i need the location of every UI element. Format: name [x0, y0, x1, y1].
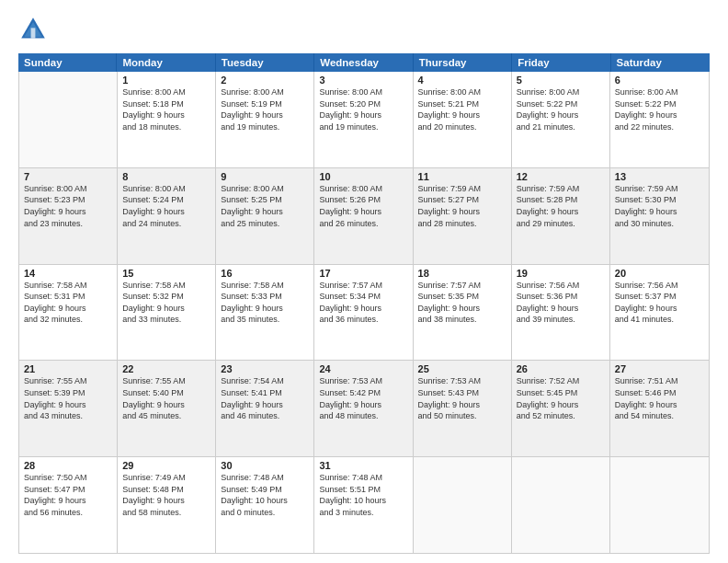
- cell-info-line: Sunset: 5:37 PM: [615, 291, 704, 303]
- logo: [18, 15, 51, 44]
- cell-info-line: Daylight: 9 hours: [517, 399, 605, 411]
- cell-info-line: Sunrise: 8:00 AM: [418, 86, 506, 98]
- cell-info-line: and 56 minutes.: [24, 507, 112, 519]
- cell-info-line: and 30 minutes.: [615, 218, 704, 230]
- cell-info-line: Sunrise: 7:51 AM: [615, 375, 704, 387]
- cell-info-line: and 19 minutes.: [319, 121, 407, 133]
- day-number: 15: [122, 268, 210, 279]
- calendar-cell: 4Sunrise: 8:00 AMSunset: 5:21 PMDaylight…: [414, 72, 512, 167]
- header-day-friday: Friday: [512, 53, 610, 72]
- day-number: 23: [221, 363, 309, 374]
- cell-info-line: Daylight: 9 hours: [221, 109, 309, 121]
- cell-info-line: Sunrise: 7:50 AM: [24, 472, 112, 484]
- cell-info-line: Daylight: 9 hours: [122, 495, 210, 507]
- cell-info-line: Daylight: 9 hours: [319, 206, 407, 218]
- cell-info-line: Sunrise: 7:49 AM: [122, 472, 210, 484]
- calendar-cell: 23Sunrise: 7:54 AMSunset: 5:41 PMDayligh…: [216, 361, 314, 456]
- cell-info-line: Sunrise: 7:59 AM: [418, 183, 506, 195]
- calendar-row-3: 21Sunrise: 7:55 AMSunset: 5:39 PMDayligh…: [19, 361, 709, 457]
- cell-info-line: Daylight: 9 hours: [319, 303, 407, 315]
- cell-info-line: and 28 minutes.: [418, 218, 506, 230]
- cell-info-line: Sunrise: 7:53 AM: [319, 375, 407, 387]
- calendar-cell: 17Sunrise: 7:57 AMSunset: 5:34 PMDayligh…: [314, 265, 413, 361]
- day-number: 2: [221, 75, 309, 86]
- cell-info-line: Sunrise: 7:58 AM: [221, 280, 309, 292]
- cell-info-line: Daylight: 10 hours: [319, 495, 407, 507]
- cell-info-line: Daylight: 9 hours: [24, 303, 112, 315]
- day-number: 21: [24, 363, 112, 374]
- day-number: 28: [24, 460, 112, 471]
- cell-info-line: Sunset: 5:48 PM: [122, 484, 210, 496]
- calendar-row-1: 7Sunrise: 8:00 AMSunset: 5:23 PMDaylight…: [19, 168, 709, 265]
- cell-info-line: Daylight: 9 hours: [24, 399, 112, 411]
- calendar-cell: 25Sunrise: 7:53 AMSunset: 5:43 PMDayligh…: [414, 361, 512, 456]
- cell-info-line: Sunrise: 7:55 AM: [24, 375, 112, 387]
- cell-info-line: Sunset: 5:40 PM: [122, 387, 210, 399]
- cell-info-line: Sunrise: 7:58 AM: [24, 280, 112, 292]
- calendar-cell: 28Sunrise: 7:50 AMSunset: 5:47 PMDayligh…: [19, 457, 118, 553]
- calendar-cell: 27Sunrise: 7:51 AMSunset: 5:46 PMDayligh…: [610, 361, 709, 456]
- page: SundayMondayTuesdayWednesdayThursdayFrid…: [0, 0, 728, 563]
- calendar-cell: 21Sunrise: 7:55 AMSunset: 5:39 PMDayligh…: [19, 361, 118, 456]
- cell-info-line: Sunrise: 7:59 AM: [615, 183, 704, 195]
- cell-info-line: Sunset: 5:20 PM: [319, 98, 407, 110]
- calendar-cell: 8Sunrise: 8:00 AMSunset: 5:24 PMDaylight…: [118, 168, 216, 264]
- day-number: 30: [221, 460, 309, 471]
- cell-info-line: and 26 minutes.: [319, 218, 407, 230]
- cell-info-line: Sunset: 5:41 PM: [221, 387, 309, 399]
- cell-info-line: Sunrise: 7:57 AM: [418, 280, 506, 292]
- calendar-cell: 15Sunrise: 7:58 AMSunset: 5:32 PMDayligh…: [118, 265, 216, 361]
- day-number: 13: [615, 171, 704, 182]
- calendar-cell: [512, 457, 610, 553]
- cell-info-line: Sunset: 5:43 PM: [418, 387, 506, 399]
- cell-info-line: Sunset: 5:31 PM: [24, 291, 112, 303]
- calendar-cell: 26Sunrise: 7:52 AMSunset: 5:45 PMDayligh…: [512, 361, 610, 456]
- cell-info-line: Sunrise: 7:55 AM: [122, 375, 210, 387]
- cell-info-line: Sunrise: 7:52 AM: [517, 375, 605, 387]
- cell-info-line: Sunset: 5:39 PM: [24, 387, 112, 399]
- cell-info-line: and 23 minutes.: [24, 218, 112, 230]
- calendar-cell: 7Sunrise: 8:00 AMSunset: 5:23 PMDaylight…: [19, 168, 118, 264]
- calendar-row-4: 28Sunrise: 7:50 AMSunset: 5:47 PMDayligh…: [19, 457, 709, 553]
- cell-info-line: Daylight: 9 hours: [418, 303, 506, 315]
- day-number: 8: [122, 171, 210, 182]
- cell-info-line: Sunset: 5:33 PM: [221, 291, 309, 303]
- cell-info-line: Sunrise: 8:00 AM: [319, 183, 407, 195]
- day-number: 10: [319, 171, 407, 182]
- day-number: 11: [418, 171, 506, 182]
- cell-info-line: and 32 minutes.: [24, 314, 112, 326]
- calendar-cell: [414, 457, 512, 553]
- cell-info-line: Sunrise: 8:00 AM: [221, 86, 309, 98]
- cell-info-line: Sunrise: 8:00 AM: [221, 183, 309, 195]
- cell-info-line: Sunrise: 7:48 AM: [221, 472, 309, 484]
- calendar-row-2: 14Sunrise: 7:58 AMSunset: 5:31 PMDayligh…: [19, 265, 709, 362]
- cell-info-line: Daylight: 9 hours: [221, 399, 309, 411]
- calendar-cell: 18Sunrise: 7:57 AMSunset: 5:35 PMDayligh…: [414, 265, 512, 361]
- header-day-thursday: Thursday: [414, 53, 512, 72]
- cell-info-line: Sunrise: 8:00 AM: [517, 86, 605, 98]
- cell-info-line: Daylight: 9 hours: [319, 399, 407, 411]
- cell-info-line: Sunrise: 7:56 AM: [517, 280, 605, 292]
- cell-info-line: Daylight: 9 hours: [24, 495, 112, 507]
- cell-info-line: Sunrise: 8:00 AM: [24, 183, 112, 195]
- cell-info-line: Sunset: 5:25 PM: [221, 194, 309, 206]
- day-number: 31: [319, 460, 407, 471]
- cell-info-line: and 36 minutes.: [319, 314, 407, 326]
- cell-info-line: and 29 minutes.: [517, 218, 605, 230]
- cell-info-line: Daylight: 9 hours: [319, 109, 407, 121]
- cell-info-line: and 45 minutes.: [122, 410, 210, 422]
- cell-info-line: Sunset: 5:21 PM: [418, 98, 506, 110]
- calendar-cell: 11Sunrise: 7:59 AMSunset: 5:27 PMDayligh…: [414, 168, 512, 264]
- cell-info-line: and 3 minutes.: [319, 507, 407, 519]
- calendar-cell: 30Sunrise: 7:48 AMSunset: 5:49 PMDayligh…: [216, 457, 314, 553]
- header-day-tuesday: Tuesday: [216, 53, 314, 72]
- cell-info-line: Daylight: 9 hours: [122, 399, 210, 411]
- day-number: 16: [221, 268, 309, 279]
- day-number: 14: [24, 268, 112, 279]
- calendar-cell: 22Sunrise: 7:55 AMSunset: 5:40 PMDayligh…: [118, 361, 216, 456]
- calendar-cell: 24Sunrise: 7:53 AMSunset: 5:42 PMDayligh…: [314, 361, 413, 456]
- cell-info-line: and 35 minutes.: [221, 314, 309, 326]
- cell-info-line: Daylight: 9 hours: [615, 109, 704, 121]
- cell-info-line: and 21 minutes.: [517, 121, 605, 133]
- cell-info-line: and 50 minutes.: [418, 410, 506, 422]
